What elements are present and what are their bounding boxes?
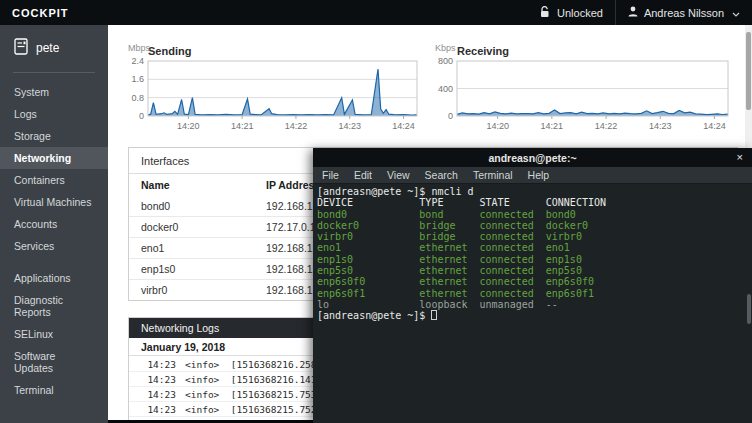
- server-icon: [14, 38, 28, 58]
- top-bar: COCKPIT Unlocked Andreas Nilsson: [0, 0, 752, 25]
- svg-text:1.6: 1.6: [131, 74, 144, 84]
- terminal-menu-view[interactable]: View: [387, 169, 410, 181]
- chart-sending: MbpsSending00.81.62.414:2014:2114:2214:2…: [128, 41, 423, 136]
- svg-text:14:23: 14:23: [338, 121, 361, 131]
- terminal-titlebar[interactable]: andreasn@pete:~ ×: [313, 148, 752, 167]
- chart-header: MbpsSending: [128, 41, 423, 56]
- log-time: 14:23: [129, 389, 176, 400]
- terminal-line: enp6s0f0 ethernet connected enp6s0f0: [317, 276, 752, 287]
- terminal-line: docker0 bridge connected docker0: [317, 220, 752, 231]
- unlocked-padlock-icon: [540, 6, 551, 20]
- interface-name: enp1s0: [141, 263, 266, 275]
- terminal-output[interactable]: [andreasn@pete ~]$ nmcli dDEVICE TYPE ST…: [313, 184, 752, 423]
- log-time: 14:23: [129, 374, 176, 385]
- terminal-line: [andreasn@pete ~]$: [317, 310, 752, 321]
- terminal-scrollbar-thumb[interactable]: [747, 294, 751, 324]
- chart-header: KbpsReceiving: [435, 41, 734, 56]
- chart-title: Sending: [148, 45, 191, 57]
- terminal-window: andreasn@pete:~ × FileEditViewSearchTerm…: [313, 148, 752, 423]
- user-menu-button[interactable]: Andreas Nilsson: [616, 0, 752, 25]
- sidebar-item-software-updates[interactable]: Software Updates: [0, 345, 108, 379]
- terminal-menu-terminal[interactable]: Terminal: [473, 169, 513, 181]
- user-icon: [628, 6, 638, 19]
- svg-text:14:20: 14:20: [486, 121, 509, 131]
- cockpit-logo: COCKPIT: [12, 7, 69, 19]
- terminal-line: enp6s0f1 ethernet connected enp6s0f1: [317, 288, 752, 299]
- terminal-line: enp5s0 ethernet connected enp5s0: [317, 265, 752, 276]
- svg-text:14:24: 14:24: [392, 121, 415, 131]
- terminal-line: virbr0 bridge connected virbr0: [317, 231, 752, 242]
- svg-text:14:22: 14:22: [595, 121, 618, 131]
- host-name-label: pete: [36, 41, 59, 55]
- terminal-line: lo loopback unmanaged --: [317, 299, 752, 310]
- interface-name: bond0: [141, 200, 266, 212]
- chart-title: Receiving: [457, 45, 509, 57]
- svg-text:0.8: 0.8: [131, 93, 144, 103]
- sidebar-item-selinux[interactable]: SELinux: [0, 323, 108, 345]
- terminal-line: eno1 ethernet connected eno1: [317, 242, 752, 253]
- sidebar-item-accounts[interactable]: Accounts: [0, 213, 108, 235]
- interfaces-col-name: Name: [141, 179, 266, 191]
- log-time: 14:23: [129, 404, 176, 415]
- page-scrollbar-thumb[interactable]: [746, 32, 751, 110]
- sidebar-divider: [13, 72, 95, 73]
- host-switcher[interactable]: pete: [0, 25, 108, 70]
- interface-name: virbr0: [141, 284, 266, 296]
- terminal-title: andreasn@pete:~: [313, 152, 752, 164]
- terminal-menubar: FileEditViewSearchTerminalHelp: [313, 167, 752, 184]
- sidebar-item-networking[interactable]: Networking: [0, 147, 108, 169]
- svg-text:14:20: 14:20: [177, 121, 200, 131]
- svg-text:400: 400: [438, 84, 453, 94]
- terminal-menu-file[interactable]: File: [322, 169, 339, 181]
- sidebar-item-containers[interactable]: Containers: [0, 169, 108, 191]
- sidebar-item-services[interactable]: Services: [0, 235, 108, 257]
- sidebar-item-logs[interactable]: Logs: [0, 103, 108, 125]
- log-time: 14:23: [129, 359, 176, 370]
- sidebar-item-system[interactable]: System: [0, 81, 108, 103]
- cockpit-window: COCKPIT Unlocked Andreas Nilsson: [0, 0, 752, 423]
- interface-name: eno1: [141, 242, 266, 254]
- terminal-line: enp1s0 ethernet connected enp1s0: [317, 254, 752, 265]
- chart-plot: 00.81.62.414:2014:2114:2214:2314:24: [128, 58, 423, 132]
- svg-text:2.4: 2.4: [131, 58, 144, 66]
- chart-unit-label: Kbps: [435, 43, 456, 53]
- terminal-menu-edit[interactable]: Edit: [354, 169, 372, 181]
- svg-text:14:21: 14:21: [231, 121, 254, 131]
- unlocked-label: Unlocked: [557, 7, 603, 19]
- svg-text:14:22: 14:22: [285, 121, 308, 131]
- chart-plot: 040080014:2014:2114:2214:2314:24: [435, 58, 734, 132]
- terminal-menu-help[interactable]: Help: [528, 169, 550, 181]
- svg-text:0: 0: [448, 111, 453, 121]
- sidebar-nav: SystemLogsStorageNetworkingContainersVir…: [0, 81, 108, 401]
- interface-name: docker0: [141, 221, 266, 233]
- log-time: 14:23: [129, 419, 176, 420]
- sidebar-item-diagnostic-reports[interactable]: Diagnostic Reports: [0, 289, 108, 323]
- sidebar-item-virtual-machines[interactable]: Virtual Machines: [0, 191, 108, 213]
- sidebar-item-storage[interactable]: Storage: [0, 125, 108, 147]
- chart-unit-label: Mbps: [128, 43, 150, 53]
- sidebar: pete SystemLogsStorageNetworkingContaine…: [0, 25, 108, 423]
- chevron-down-icon: [732, 7, 740, 19]
- terminal-cursor: [431, 310, 437, 320]
- svg-text:14:23: 14:23: [649, 121, 672, 131]
- topbar-right-group: Unlocked Andreas Nilsson: [528, 0, 752, 25]
- svg-text:800: 800: [438, 58, 453, 66]
- terminal-line: DEVICE TYPE STATE CONNECTION: [317, 197, 752, 208]
- sidebar-item-applications[interactable]: Applications: [0, 267, 108, 289]
- svg-text:14:21: 14:21: [541, 121, 564, 131]
- svg-text:0: 0: [139, 111, 144, 121]
- svg-text:14:24: 14:24: [703, 121, 726, 131]
- terminal-menu-search[interactable]: Search: [425, 169, 458, 181]
- terminal-line: [andreasn@pete ~]$ nmcli d: [317, 186, 752, 197]
- chart-receiving: KbpsReceiving040080014:2014:2114:2214:23…: [435, 41, 734, 136]
- user-name-label: Andreas Nilsson: [644, 7, 724, 19]
- sidebar-item-terminal[interactable]: Terminal: [0, 379, 108, 401]
- terminal-line: bond0 bond connected bond0: [317, 209, 752, 220]
- unlocked-button[interactable]: Unlocked: [528, 0, 615, 25]
- terminal-close-icon[interactable]: ×: [737, 151, 743, 163]
